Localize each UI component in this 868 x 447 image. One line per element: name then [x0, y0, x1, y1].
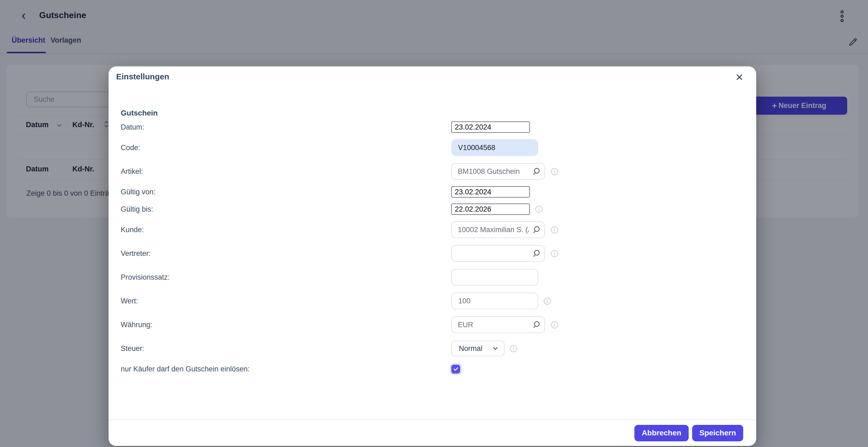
field-label-kunde: Kunde:	[121, 226, 451, 234]
field-label-wert: Wert:	[121, 297, 451, 305]
info-icon[interactable]	[543, 297, 552, 305]
wert-input[interactable]	[451, 293, 538, 309]
gueltig-von-input[interactable]	[451, 186, 530, 198]
search-icon[interactable]	[532, 167, 541, 176]
modal-footer: Abbrechen Speichern	[108, 419, 756, 446]
form-row-wert: Wert:	[121, 293, 745, 309]
save-button[interactable]: Speichern	[692, 425, 743, 441]
close-button[interactable]	[734, 71, 745, 83]
artikel-search-field	[451, 163, 545, 180]
field-label-provisionssatz: Provisionssatz:	[121, 273, 451, 282]
gueltig-bis-input[interactable]	[451, 203, 530, 215]
steuer-selected-value: Normal	[459, 344, 482, 353]
artikel-input[interactable]	[452, 164, 545, 179]
form-row-vertreter: Vertreter:	[121, 245, 745, 262]
field-label-steuer: Steuer:	[121, 344, 451, 353]
info-icon[interactable]	[550, 226, 559, 234]
form-row-steuer: Steuer: Normal	[121, 341, 745, 356]
field-label-waehrung: Währung:	[121, 321, 451, 329]
vertreter-input[interactable]	[452, 246, 545, 261]
waehrung-search-field	[451, 316, 545, 333]
field-label-code: Code:	[121, 143, 451, 152]
cancel-button[interactable]: Abbrechen	[634, 425, 688, 441]
settings-modal: Einstellungen Gutschein Datum: Code: Art…	[108, 66, 756, 446]
search-icon[interactable]	[532, 320, 541, 329]
field-label-vertreter: Vertreter:	[121, 249, 451, 258]
form-row-kunde: Kunde:	[121, 221, 745, 238]
field-label-nur-kaeufer: nur Käufer darf den Gutschein einlösen:	[121, 365, 451, 373]
form-row-artikel: Artikel:	[121, 163, 745, 180]
waehrung-input[interactable]	[452, 317, 545, 332]
vertreter-search-field	[451, 245, 545, 262]
form-row-gueltig-bis: Gültig bis:	[121, 203, 745, 215]
search-icon[interactable]	[532, 249, 541, 258]
form-row-datum: Datum:	[121, 122, 745, 133]
info-icon[interactable]	[535, 205, 543, 214]
form-row-gueltig-von: Gültig von:	[121, 186, 745, 198]
form-row-nur-kaeufer: nur Käufer darf den Gutschein einlösen:	[121, 363, 745, 374]
form-row-code: Code:	[121, 139, 745, 156]
field-label-datum: Datum:	[121, 123, 451, 131]
steuer-select[interactable]: Normal	[451, 341, 504, 356]
provisionssatz-input[interactable]	[451, 269, 538, 286]
field-label-artikel: Artikel:	[121, 167, 451, 176]
check-icon	[453, 366, 459, 372]
nur-kaeufer-checkbox[interactable]	[451, 365, 460, 374]
section-title: Gutschein	[121, 109, 158, 118]
info-icon[interactable]	[550, 249, 559, 258]
form-row-waehrung: Währung:	[121, 316, 745, 333]
chevron-down-icon	[492, 345, 499, 352]
field-label-gueltig-von: Gültig von:	[121, 188, 451, 196]
kunde-input[interactable]	[452, 222, 545, 237]
info-icon[interactable]	[509, 344, 518, 353]
close-icon	[735, 73, 744, 82]
modal-title: Einstellungen	[116, 72, 169, 81]
form-row-provisionssatz: Provisionssatz:	[121, 269, 745, 286]
code-input[interactable]	[451, 139, 538, 156]
info-icon[interactable]	[550, 321, 559, 329]
info-icon[interactable]	[550, 167, 559, 176]
datum-input[interactable]	[451, 122, 530, 133]
kunde-search-field	[451, 221, 545, 238]
search-icon[interactable]	[532, 225, 541, 234]
field-label-gueltig-bis: Gültig bis:	[121, 205, 451, 214]
